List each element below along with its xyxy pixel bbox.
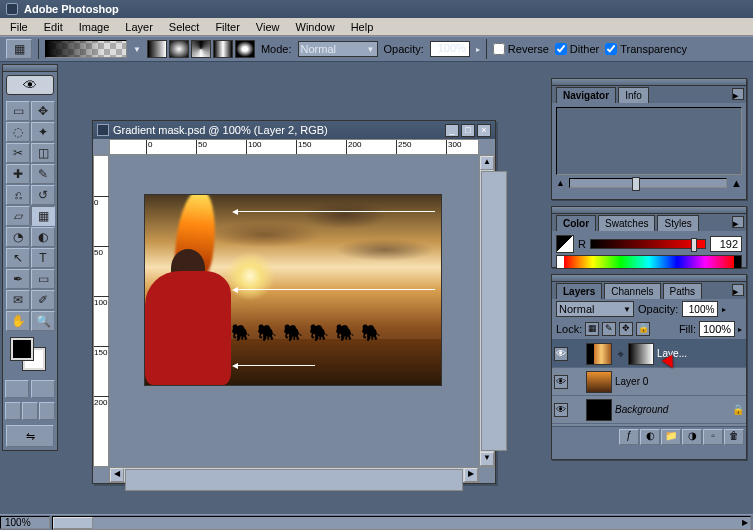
zoom-out-icon[interactable]: ▲ xyxy=(556,178,565,188)
layer-opacity-input[interactable] xyxy=(682,301,718,317)
mask-link-icon[interactable]: ⎆ xyxy=(615,349,625,359)
reverse-checkbox[interactable]: Reverse xyxy=(493,43,549,55)
lasso-tool[interactable]: ◌ xyxy=(6,122,30,142)
r-slider-thumb[interactable] xyxy=(691,238,697,252)
brush-tool[interactable]: ✎ xyxy=(31,164,55,184)
path-tool[interactable]: ↖ xyxy=(6,248,30,268)
layer-row-2[interactable]: 👁 ⎆ Laye... xyxy=(552,340,746,368)
gradient-picker[interactable] xyxy=(45,40,127,58)
canvas-area[interactable]: 🐘🐘🐘🐘🐘🐘🐘 xyxy=(109,155,479,467)
tab-color[interactable]: Color xyxy=(556,215,596,231)
toolbox-header-icon[interactable]: 👁 xyxy=(6,75,54,95)
jump-to-imageready-button[interactable]: ⇋ xyxy=(6,425,54,447)
layers-panel-handle[interactable] xyxy=(552,275,746,282)
fill-flyout-icon[interactable]: ▸ xyxy=(738,325,742,334)
color-spectrum[interactable] xyxy=(556,255,742,269)
layer-name[interactable]: Laye... xyxy=(657,348,744,359)
opacity-input[interactable]: 100% xyxy=(430,41,470,57)
screen-standard-button[interactable] xyxy=(5,402,21,420)
canvas-image[interactable]: 🐘🐘🐘🐘🐘🐘🐘 xyxy=(145,195,441,385)
pen-tool[interactable]: ✒ xyxy=(6,269,30,289)
screen-full-menubar-button[interactable] xyxy=(22,402,38,420)
zoom-in-icon[interactable]: ▲ xyxy=(731,177,742,189)
menu-help[interactable]: Help xyxy=(343,19,382,35)
status-scroll-right-icon[interactable]: ▶ xyxy=(742,518,748,527)
slice-tool[interactable]: ◫ xyxy=(31,143,55,163)
vertical-ruler[interactable]: 0 50 100 150 200 xyxy=(93,155,109,467)
standard-mode-button[interactable] xyxy=(5,380,29,398)
lock-all-button[interactable]: 🔒 xyxy=(636,322,650,336)
tab-paths[interactable]: Paths xyxy=(663,283,703,299)
lock-pixels-button[interactable]: ✎ xyxy=(602,322,616,336)
layer-row-0[interactable]: 👁 Layer 0 xyxy=(552,368,746,396)
screen-full-button[interactable] xyxy=(39,402,55,420)
layer-name[interactable]: Background xyxy=(615,404,729,415)
foreground-color-swatch[interactable] xyxy=(11,338,33,360)
layer-row-background[interactable]: 👁 Background 🔒 xyxy=(552,396,746,424)
menu-file[interactable]: File xyxy=(2,19,36,35)
maximize-button[interactable]: □ xyxy=(461,124,475,137)
tab-styles[interactable]: Styles xyxy=(657,215,698,231)
tab-info[interactable]: Info xyxy=(618,87,649,103)
delete-layer-button[interactable]: 🗑 xyxy=(724,429,744,445)
navigator-panel-handle[interactable] xyxy=(552,79,746,86)
notes-tool[interactable]: ✉ xyxy=(6,290,30,310)
move-tool[interactable]: ✥ xyxy=(31,101,55,121)
toolbox-handle[interactable] xyxy=(3,65,57,72)
menu-layer[interactable]: Layer xyxy=(117,19,161,35)
menu-select[interactable]: Select xyxy=(161,19,208,35)
heal-tool[interactable]: ✚ xyxy=(6,164,30,184)
quickmask-mode-button[interactable] xyxy=(31,380,55,398)
zoom-tool[interactable]: 🔍 xyxy=(31,311,55,331)
wand-tool[interactable]: ✦ xyxy=(31,122,55,142)
gradient-angle-button[interactable] xyxy=(191,40,211,58)
scroll-h-thumb[interactable] xyxy=(125,469,463,491)
layer-style-button[interactable]: ƒ xyxy=(619,429,639,445)
r-slider[interactable] xyxy=(590,239,706,249)
zoom-slider[interactable] xyxy=(569,178,727,188)
current-tool-icon[interactable]: ▦ xyxy=(6,39,32,59)
visibility-toggle[interactable]: 👁 xyxy=(554,403,568,417)
blend-mode-select[interactable]: Normal ▼ xyxy=(298,41,378,57)
eyedropper-tool[interactable]: ✐ xyxy=(31,290,55,310)
horizontal-ruler[interactable]: 0 50 100 150 200 250 300 xyxy=(109,139,479,155)
visibility-toggle[interactable]: 👁 xyxy=(554,375,568,389)
dither-checkbox[interactable]: Dither xyxy=(555,43,599,55)
r-value-input[interactable] xyxy=(710,236,742,252)
color-panel-handle[interactable] xyxy=(552,207,746,214)
menu-filter[interactable]: Filter xyxy=(207,19,247,35)
lock-position-button[interactable]: ✥ xyxy=(619,322,633,336)
stamp-tool[interactable]: ⎌ xyxy=(6,185,30,205)
vertical-scrollbar[interactable]: ▲ ▼ xyxy=(479,155,495,467)
hand-tool[interactable]: ✋ xyxy=(6,311,30,331)
status-zoom[interactable]: 100% xyxy=(0,516,50,529)
blur-tool[interactable]: ◔ xyxy=(6,227,30,247)
opacity-flyout-icon[interactable]: ▸ xyxy=(476,45,480,54)
tab-layers[interactable]: Layers xyxy=(556,283,602,299)
status-scroll-thumb[interactable] xyxy=(53,517,93,529)
tab-channels[interactable]: Channels xyxy=(604,283,660,299)
close-button[interactable]: × xyxy=(477,124,491,137)
layer-thumbnail[interactable] xyxy=(586,343,612,365)
gradient-linear-button[interactable] xyxy=(147,40,167,58)
scroll-down-button[interactable]: ▼ xyxy=(480,452,494,466)
layer-blend-mode-select[interactable]: Normal▼ xyxy=(556,301,634,317)
shape-tool[interactable]: ▭ xyxy=(31,269,55,289)
scroll-up-button[interactable]: ▲ xyxy=(480,156,494,170)
gradient-radial-button[interactable] xyxy=(169,40,189,58)
navigator-menu-button[interactable]: ▸ xyxy=(732,88,744,100)
menu-view[interactable]: View xyxy=(248,19,288,35)
scroll-v-thumb[interactable] xyxy=(481,171,507,451)
fill-input[interactable] xyxy=(699,321,735,337)
navigator-viewport[interactable] xyxy=(556,107,742,175)
marquee-tool[interactable]: ▭ xyxy=(6,101,30,121)
menu-window[interactable]: Window xyxy=(288,19,343,35)
gradient-reflected-button[interactable] xyxy=(213,40,233,58)
lock-transparency-button[interactable]: ▦ xyxy=(585,322,599,336)
layer-mask-thumbnail[interactable] xyxy=(628,343,654,365)
color-menu-button[interactable]: ▸ xyxy=(732,216,744,228)
color-swatch-mini[interactable] xyxy=(556,235,574,253)
history-brush-tool[interactable]: ↺ xyxy=(31,185,55,205)
transparency-checkbox[interactable]: Transparency xyxy=(605,43,687,55)
layer-thumbnail[interactable] xyxy=(586,371,612,393)
